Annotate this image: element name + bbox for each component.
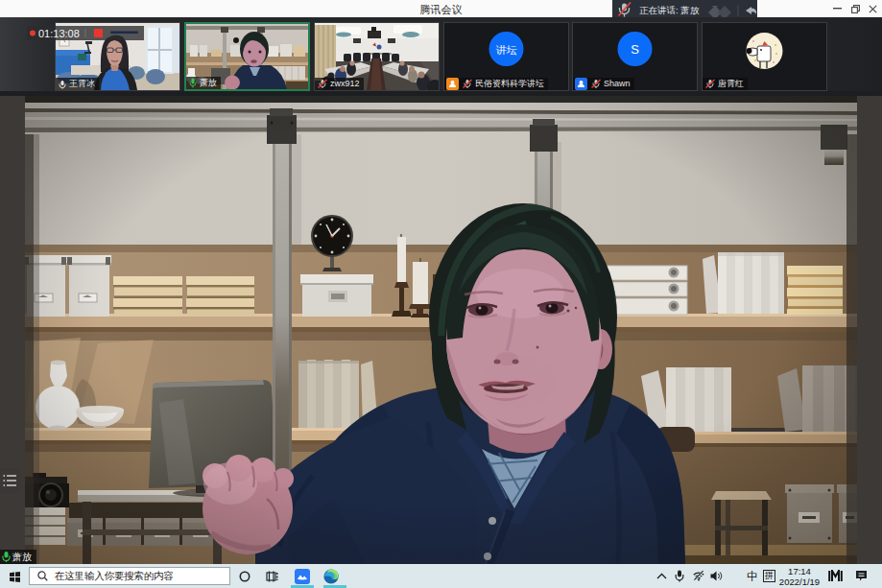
svg-text:正在讲话: 萧放: 正在讲话: 萧放 bbox=[639, 5, 700, 15]
svg-text:01:13:08: 01:13:08 bbox=[38, 28, 80, 39]
svg-text:S: S bbox=[631, 42, 639, 57]
svg-text:讲坛: 讲坛 bbox=[496, 44, 517, 56]
